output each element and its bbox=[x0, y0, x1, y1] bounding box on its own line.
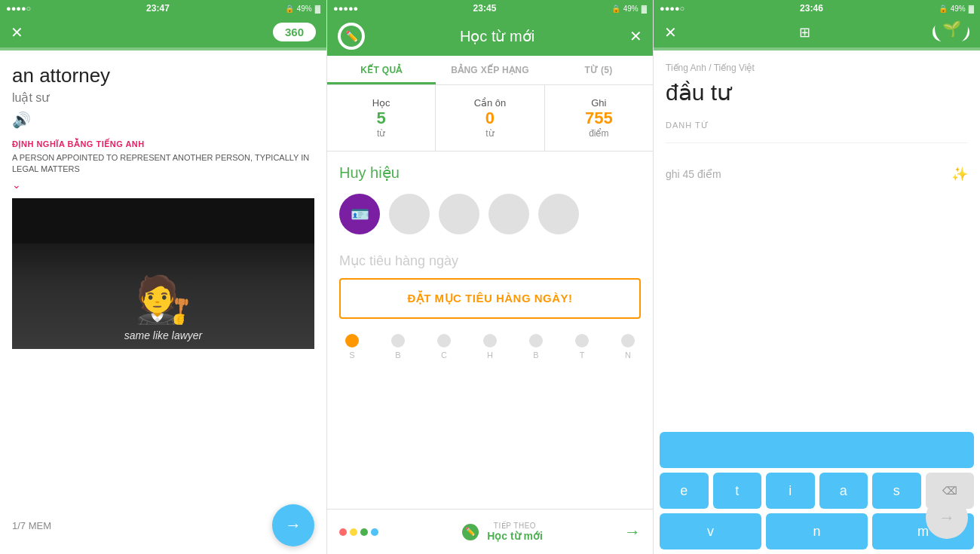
footer-logo-area: ✏️ TIẾP THEO Học từ mới bbox=[460, 522, 543, 543]
day-dot-2 bbox=[437, 334, 451, 347]
key-e[interactable]: e bbox=[660, 473, 709, 509]
badge-icon-0: 🪪 bbox=[351, 205, 369, 223]
lock-icon: 🔒 bbox=[285, 5, 294, 13]
battery-icon-2: ▓ bbox=[642, 5, 647, 13]
battery-icon-3: ▓ bbox=[969, 5, 974, 13]
badges-row: 🪪 bbox=[327, 188, 653, 246]
panel1-header: ✕ 360 bbox=[0, 17, 326, 47]
panel2-header: ✏️ Học từ mới ✕ bbox=[327, 17, 653, 56]
day-dot-1 bbox=[391, 334, 405, 347]
stat-num-0: 5 bbox=[333, 109, 429, 128]
footer-next-info: TIẾP THEO Học từ mới bbox=[487, 522, 543, 542]
day-dot-4 bbox=[529, 334, 543, 347]
dot-green bbox=[360, 528, 368, 536]
day-dot-0 bbox=[345, 334, 359, 347]
badge-4 bbox=[538, 194, 579, 234]
word-type: DANH TỪ bbox=[666, 121, 968, 143]
audio-button[interactable]: 🔊 bbox=[12, 111, 314, 129]
tabs-bar: KẾT QUẢ BẢNG XẾP HẠNG TỪ (5) bbox=[327, 56, 653, 85]
arrow-right-icon: → bbox=[285, 516, 302, 535]
close-button-2[interactable]: ✕ bbox=[629, 27, 642, 45]
panel1-footer: 1/7 MEM → bbox=[0, 497, 326, 554]
panel3-content: Tiếng Anh / Tiếng Việt đầu tư 🌱 DANH TỪ … bbox=[654, 51, 980, 427]
tab-results[interactable]: KẾT QUẢ bbox=[327, 56, 436, 84]
panel-typing: ●●●●○ 23:46 🔒 49% ▓ ✕ ⊞ 90 Tiếng Anh / T… bbox=[654, 0, 980, 554]
dot-yellow bbox=[350, 528, 357, 536]
green-leaf-icon: 🌱 bbox=[935, 12, 968, 45]
panel-results: ●●●●● 23:45 🔒 49% ▓ ✏️ Học từ mới ✕ KẾT … bbox=[326, 0, 654, 554]
tab-words[interactable]: TỪ (5) bbox=[544, 56, 653, 84]
tab-leaderboard[interactable]: BẢNG XẾP HẠNG bbox=[436, 56, 544, 84]
battery-icon: ▓ bbox=[315, 5, 320, 13]
score-badge: 360 bbox=[273, 23, 316, 41]
footer-dots bbox=[339, 528, 378, 536]
stat-num-1: 0 bbox=[442, 109, 537, 128]
footer-arrow-button[interactable]: → bbox=[624, 522, 641, 542]
daily-goal-section: Mục tiêu hàng ngày ĐẶT MỤC TIÊU HÀNG NGÀ… bbox=[327, 246, 653, 366]
key-i[interactable]: i bbox=[766, 473, 815, 509]
stat-num-2: 755 bbox=[551, 109, 647, 128]
daily-goal-button[interactable]: ĐẶT MỤC TIÊU HÀNG NGÀY! bbox=[339, 278, 641, 319]
key-s[interactable]: s bbox=[872, 473, 921, 509]
stat-score: Ghi 755 điểm bbox=[545, 85, 653, 151]
footer-next-label: Học từ mới bbox=[487, 530, 543, 542]
battery-3: 🔒 49% ▓ bbox=[939, 5, 974, 13]
close-button-3[interactable]: ✕ bbox=[664, 23, 677, 41]
day-label-3: H bbox=[483, 350, 497, 360]
lock-icon-3: 🔒 bbox=[939, 5, 948, 13]
panel1-content: an attorney luật sư 🔊 ĐỊNH NGHĨA BẰNG TI… bbox=[0, 51, 326, 497]
key-t[interactable]: t bbox=[713, 473, 762, 509]
next-button-3[interactable]: → bbox=[926, 497, 968, 539]
badge-3 bbox=[488, 194, 529, 234]
day-dot-6 bbox=[621, 334, 635, 347]
battery-1: 🔒 49% ▓ bbox=[285, 5, 320, 13]
lang-label: Tiếng Anh / Tiếng Việt bbox=[666, 63, 968, 73]
stat-sub-2: điểm bbox=[551, 128, 647, 139]
panel2-title: Học từ mới bbox=[460, 27, 534, 45]
stat-sub-1: từ bbox=[442, 128, 537, 139]
status-bar-3: ●●●●○ 23:46 🔒 49% ▓ bbox=[654, 0, 980, 17]
main-word: đầu tư bbox=[666, 79, 968, 106]
day-label-2: C bbox=[437, 350, 451, 360]
key-n[interactable]: n bbox=[766, 513, 868, 549]
definition-text: A PERSON APPOINTED TO REPRESENT ANOTHER … bbox=[12, 152, 314, 176]
close-button[interactable]: ✕ bbox=[11, 23, 23, 41]
time-2: 23:45 bbox=[473, 3, 497, 14]
edit-button[interactable]: ✨ bbox=[951, 166, 968, 182]
badge-2 bbox=[439, 194, 479, 234]
key-v[interactable]: v bbox=[660, 513, 761, 549]
grid-icon[interactable]: ⊞ bbox=[799, 24, 810, 41]
carrier-1: ●●●●○ bbox=[6, 4, 31, 13]
panel-word-detail: ●●●●○ 23:47 🔒 49% ▓ ✕ 360 an attorney lu… bbox=[0, 0, 326, 554]
stat-label-1: Cần ôn bbox=[442, 97, 537, 109]
app-logo: ✏️ bbox=[338, 23, 365, 50]
mem-image-scene: 🧑‍⚖️ same like lawyer bbox=[12, 243, 314, 349]
days-dots-row bbox=[339, 334, 641, 347]
lock-icon-2: 🔒 bbox=[611, 5, 620, 13]
day-label-4: B bbox=[529, 350, 543, 360]
arrow-right-icon-3: → bbox=[939, 508, 955, 528]
badge-active: 🪪 bbox=[339, 194, 380, 234]
day-label-6: N bbox=[621, 350, 635, 360]
stat-label-0: Học bbox=[333, 97, 429, 109]
chevron-down-icon[interactable]: ⌄ bbox=[12, 179, 314, 191]
dot-blue bbox=[371, 528, 378, 536]
day-dot-5 bbox=[575, 334, 589, 347]
answer-input[interactable] bbox=[660, 432, 974, 468]
footer-logo: ✏️ bbox=[460, 522, 481, 543]
dot-red bbox=[339, 528, 347, 536]
badges-title: Huy hiệu bbox=[327, 152, 653, 188]
mem-image[interactable]: 🧑‍⚖️ same like lawyer Của manh_ha2c bbox=[12, 198, 314, 349]
stat-sub-0: từ bbox=[333, 128, 429, 139]
key-a[interactable]: a bbox=[819, 473, 868, 509]
panel2-footer: ✏️ TIẾP THEO Học từ mới → bbox=[327, 509, 653, 554]
footer-logo-inner: ✏️ bbox=[462, 524, 479, 540]
time-1: 23:47 bbox=[146, 3, 170, 14]
mem-image-top bbox=[12, 198, 314, 243]
panel3-footer: → bbox=[926, 497, 968, 545]
stat-label-2: Ghi bbox=[551, 97, 647, 109]
next-button[interactable]: → bbox=[272, 504, 314, 546]
word-title: an attorney bbox=[12, 64, 314, 87]
time-3: 23:46 bbox=[800, 3, 823, 14]
daily-goal-label: Mục tiêu hàng ngày bbox=[339, 253, 641, 269]
